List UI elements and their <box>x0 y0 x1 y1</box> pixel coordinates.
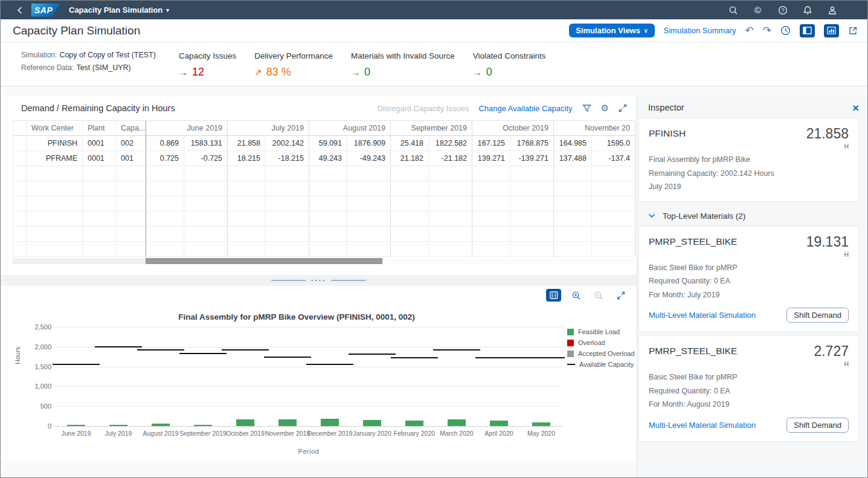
table-row[interactable] <box>13 196 635 212</box>
chart-plot: 05001,0001,5002,0002,500 <box>55 327 562 426</box>
splitter-handle[interactable]: ···· <box>1 275 637 286</box>
feasible-load-bar[interactable] <box>490 421 508 427</box>
available-capacity-line <box>95 346 142 347</box>
table-row[interactable] <box>13 242 635 257</box>
simulation-summary-button[interactable]: Simulation Summary <box>664 26 736 35</box>
legend-color-swatch <box>567 329 574 335</box>
undo-icon[interactable]: ↶ <box>745 25 754 36</box>
top-level-materials-section-header[interactable]: Top-Level Materials (2) <box>638 205 859 226</box>
month-column-header[interactable]: August 2019 <box>309 121 391 136</box>
column-header[interactable]: Plant <box>83 121 116 136</box>
x-tick-label: October 2019 <box>224 430 266 437</box>
x-tick-label: July 2019 <box>97 430 140 437</box>
help-icon[interactable]: ? <box>777 5 788 15</box>
search-icon[interactable] <box>728 5 738 15</box>
scrollbar-thumb[interactable] <box>146 258 382 264</box>
shift-demand-button[interactable]: Shift Demand <box>786 308 849 323</box>
zoom-in-icon[interactable] <box>568 289 583 302</box>
settings-gear-icon[interactable]: ⚙ <box>601 103 609 114</box>
table-row[interactable]: PFINISH00010020.8691583.13121.8582002.14… <box>13 136 635 151</box>
chart-title: Final Assembly for pMRP Bike Overview (P… <box>37 312 556 321</box>
month-column-header[interactable]: July 2019 <box>228 121 309 136</box>
feasible-load-bar[interactable] <box>109 425 127 426</box>
export-icon[interactable] <box>848 26 858 36</box>
inspector-card[interactable]: PMRP_STEEL_BIKE 19.131 H Basic Steel Bik… <box>638 226 859 332</box>
side-panel-toggle-icon[interactable] <box>800 24 815 37</box>
simulation-views-button[interactable]: Simulation Views∨ <box>569 24 654 37</box>
profile-icon[interactable] <box>827 5 837 15</box>
feasible-load-bar[interactable] <box>278 419 297 426</box>
month-column-header[interactable]: October 2019 <box>472 121 554 136</box>
filter-icon[interactable] <box>582 104 591 113</box>
card-value: 2.727 <box>814 343 849 360</box>
x-tick-label: March 2020 <box>436 430 478 437</box>
x-tick-label: November 2019 <box>266 430 309 437</box>
capacity-grid: Work CenterPlantCapa...June 2019July 201… <box>13 120 635 257</box>
multi-level-material-simulation-link[interactable]: Multi-Level Material Simulation <box>649 311 756 320</box>
notifications-bell-icon[interactable] <box>802 5 812 15</box>
table-row[interactable] <box>13 166 635 181</box>
copilot-icon[interactable]: © <box>753 5 763 15</box>
card-title: PFINISH <box>649 126 686 139</box>
y-tick-label: 500 <box>25 402 51 410</box>
x-tick-label: January 2020 <box>351 430 393 437</box>
card-value: 21.858 <box>806 126 849 142</box>
table-row[interactable] <box>13 227 635 242</box>
close-icon[interactable]: × <box>852 102 859 114</box>
chart-legend: Feasible LoadOverloadAccepted OverloadAv… <box>567 328 635 368</box>
chart-view-toggle-icon[interactable] <box>824 24 839 37</box>
month-column-header[interactable]: November 20 <box>554 121 635 136</box>
table-fullscreen-icon[interactable] <box>619 104 627 112</box>
feasible-load-bar[interactable] <box>152 424 170 426</box>
available-capacity-line <box>391 357 438 358</box>
page-header: Capacity Plan Simulation Simulation View… <box>1 19 867 42</box>
feasible-load-bar[interactable] <box>236 419 254 426</box>
change-available-capacity-button[interactable]: Change Available Capacity <box>478 104 572 113</box>
column-header[interactable]: Work Center <box>27 121 83 136</box>
feasible-load-bar[interactable] <box>194 425 212 426</box>
multi-level-material-simulation-link[interactable]: Multi-Level Material Simulation <box>649 421 756 430</box>
inspector-panel: Inspector × PFINISH 21.858 H Final Assem… <box>637 96 867 477</box>
card-detail-line: For Month: July 2019 <box>649 290 849 301</box>
card-title: PMRP_STEEL_BIKE <box>649 234 737 247</box>
history-clock-icon[interactable] <box>780 25 791 36</box>
kpi-value: ↗ 83 % <box>254 66 333 79</box>
feasible-load-bar[interactable] <box>405 421 423 426</box>
kpi[interactable]: Violated Constraints → 0 <box>473 51 546 79</box>
chevron-down-icon[interactable] <box>648 213 655 218</box>
feasible-load-bar[interactable] <box>448 419 466 426</box>
table-row[interactable] <box>13 181 635 196</box>
column-header[interactable]: Capa... <box>116 121 146 136</box>
month-column-header[interactable]: June 2019 <box>146 121 228 136</box>
kpi[interactable]: Materials with Invalid Source → 0 <box>351 51 455 79</box>
back-icon[interactable] <box>16 6 23 15</box>
feasible-load-bar[interactable] <box>363 420 381 426</box>
table-header-row: Work CenterPlantCapa...June 2019July 201… <box>13 121 635 136</box>
chart-y-axis-label: Hours <box>14 347 21 364</box>
kpi[interactable]: Delivery Performance ↗ 83 % <box>254 51 333 79</box>
simulation-label: Simulation: <box>21 51 57 59</box>
scrollbar-track[interactable] <box>146 258 635 264</box>
inspector-card[interactable]: PFINISH 21.858 H Final Assembly for pMRP… <box>638 118 859 202</box>
card-unit: H <box>806 251 849 258</box>
feasible-load-bar[interactable] <box>321 419 339 426</box>
card-detail-line: Required Quantity: 0 EA <box>649 386 849 397</box>
table-row[interactable]: PFRAME00010010.725-0.72518.215-18.21549.… <box>13 151 635 166</box>
disregard-capacity-issues-button: Disregard Capacity Issues <box>378 104 469 113</box>
table-row[interactable] <box>13 212 635 227</box>
shift-demand-button[interactable]: Shift Demand <box>786 418 849 433</box>
inspector-card[interactable]: PMRP_STEEL_BIKE 2.727 H Basic Steel Bike… <box>638 335 859 442</box>
available-capacity-line <box>433 349 480 350</box>
feasible-load-bar[interactable] <box>532 422 550 426</box>
available-capacity-line <box>518 357 565 358</box>
redo-icon[interactable]: ↷ <box>763 25 771 36</box>
kpi[interactable]: Capacity Issues → 12 <box>179 51 236 79</box>
app-title-menu[interactable]: Capacity Plan Simulation▾ <box>69 5 169 15</box>
legend-color-swatch <box>567 340 574 346</box>
chart-fullscreen-icon[interactable] <box>613 289 628 302</box>
legend-item: Feasible Load <box>567 328 635 335</box>
month-column-header[interactable]: September 2019 <box>391 121 472 136</box>
page-title: Capacity Plan Simulation <box>13 24 140 37</box>
show-as-table-toggle-icon[interactable] <box>546 289 561 302</box>
feasible-load-bar[interactable] <box>67 425 85 426</box>
